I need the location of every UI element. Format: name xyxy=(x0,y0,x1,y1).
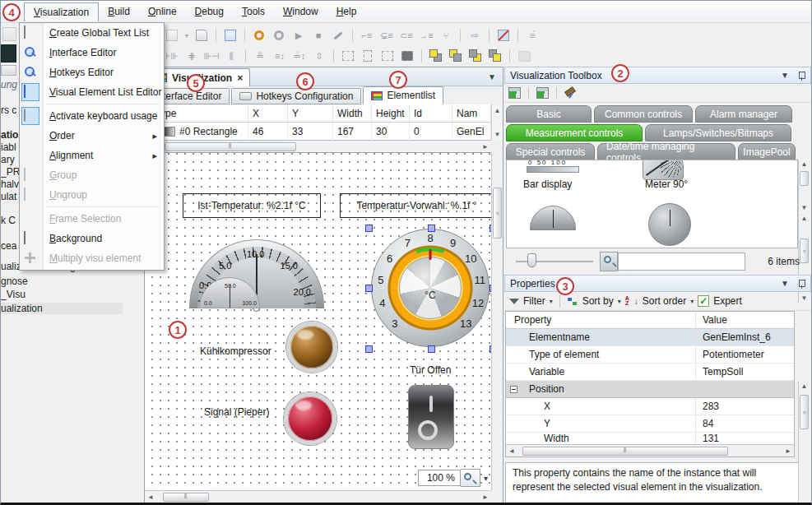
tree-item-fragment[interactable]: ary xyxy=(1,154,15,165)
col-x[interactable]: X xyxy=(248,104,288,123)
tab-hotkeys-configuration[interactable]: Hotkeys Configuration xyxy=(231,88,361,104)
tab-special-controls[interactable]: Special controls xyxy=(506,143,595,160)
menuitem-background[interactable]: Background xyxy=(20,229,164,248)
tab-basic[interactable]: Basic xyxy=(506,105,592,123)
step-out-icon[interactable]: →≡ xyxy=(418,27,434,44)
value-header[interactable]: Value xyxy=(695,312,794,328)
wrench-icon[interactable] xyxy=(330,27,346,44)
bring-forward-icon[interactable] xyxy=(467,48,484,64)
scroll-right-icon[interactable]: ► xyxy=(480,493,491,501)
menuitem-ungroup[interactable]: Ungroup xyxy=(20,185,164,205)
prop-row-variable[interactable]: VariableTempSoll xyxy=(506,364,794,381)
visualization-canvas[interactable]: Ist-Temperatur: %2.1f °C Temperatur-Vorw… xyxy=(145,153,491,490)
group-toolbar-icon[interactable] xyxy=(516,48,532,64)
table-h-scrollbar[interactable]: ◄ ⦀ ► xyxy=(145,141,491,153)
col-name[interactable]: Nam xyxy=(452,104,491,123)
selection-handle[interactable] xyxy=(365,285,373,292)
menuitem-group[interactable]: Group xyxy=(20,165,164,185)
pin-icon[interactable] xyxy=(797,279,805,289)
step-over-icon[interactable]: ⊊≡ xyxy=(378,27,395,44)
scroll-down-icon[interactable]: ▼ xyxy=(799,294,810,302)
align-right-icon[interactable]: ⊪⊣ xyxy=(203,48,220,64)
cell-type[interactable]: #0 Rectangle xyxy=(156,123,248,141)
scroll-up-icon[interactable]: ▲ xyxy=(494,107,501,114)
prop-group-position[interactable]: Position xyxy=(506,381,794,398)
selection-handle[interactable] xyxy=(490,225,491,232)
size-both-icon[interactable] xyxy=(379,48,396,64)
zoom-button[interactable] xyxy=(461,469,480,487)
menuitem-order[interactable]: Order xyxy=(20,126,164,146)
collapse-icon[interactable] xyxy=(510,386,517,393)
selection-handle[interactable] xyxy=(428,345,435,353)
size-width-icon[interactable] xyxy=(340,48,356,64)
cell-y[interactable]: 33 xyxy=(288,123,333,141)
tab-common-controls[interactable]: Common controls xyxy=(594,105,693,123)
tree-item-fragment[interactable]: atio xyxy=(1,129,18,141)
chevron-down-icon[interactable]: ▼ xyxy=(781,71,789,80)
tree-item-fragment[interactable]: rs c xyxy=(1,104,16,116)
tree-item-visualization[interactable]: ualization xyxy=(1,303,123,314)
tree-item-fragment[interactable]: ung xyxy=(1,79,17,90)
tree-item-diagnose[interactable]: gnose xyxy=(1,276,28,287)
tab-elementlist[interactable]: Elementlist xyxy=(363,86,443,104)
rect-temperatur-vorwahl[interactable]: Temperatur-Vorwahl: %.1f ° xyxy=(340,193,491,218)
tab-measurement-controls[interactable]: Measurement controls xyxy=(506,124,643,141)
step-return-icon[interactable]: ⌐≡ xyxy=(359,27,375,44)
device-icon[interactable] xyxy=(1,44,16,63)
grid-h-scrollbar[interactable]: ◄ ⦀ ► xyxy=(506,444,794,456)
col-type[interactable]: ype xyxy=(156,104,248,123)
tab-lamps-switches-bitmaps[interactable]: Lamps/Switches/Bitmaps xyxy=(645,124,791,141)
tree-item-fragment[interactable]: ulat xyxy=(1,191,16,202)
menu-help[interactable]: Help xyxy=(327,2,366,21)
filter-button[interactable]: Filter xyxy=(523,295,545,307)
scroll-up-icon[interactable]: ▲ xyxy=(799,215,810,222)
tab-imagepool[interactable]: ImagePool xyxy=(738,143,796,160)
rect-ist-temperatur[interactable]: Ist-Temperatur: %2.1f °C xyxy=(183,193,321,218)
align-top-icon[interactable]: ≞ xyxy=(252,48,268,64)
tree-item-visu[interactable]: _Visu xyxy=(1,289,26,300)
same-size-icon[interactable]: ⇳ xyxy=(311,48,327,64)
scroll-right-icon[interactable]: ► xyxy=(480,143,491,151)
bring-to-front-icon[interactable] xyxy=(428,48,444,64)
scrollbar-thumb[interactable] xyxy=(800,171,809,186)
scroll-left-icon[interactable]: ◄ xyxy=(145,493,156,501)
potentiometer[interactable]: °C 3 4 5 6 7 8 9 10 11 12 13 xyxy=(371,229,490,347)
forward-arrow-icon[interactable]: ⇨ xyxy=(466,27,483,44)
menuitem-visual-element-list-editor[interactable]: Visual Element List Editor xyxy=(20,82,164,102)
scroll-left-icon[interactable]: ◄ xyxy=(506,447,517,455)
sort-by-button[interactable]: Sort by xyxy=(582,295,614,307)
canvas-v-scrollbar[interactable]: ≡ xyxy=(491,153,503,490)
scroll-up-icon[interactable]: ▲ xyxy=(799,160,810,168)
scrollbar-thumb[interactable]: ⦀ xyxy=(165,142,296,151)
rocker-switch-tuer[interactable] xyxy=(408,385,454,449)
menu-tools[interactable]: Tools xyxy=(233,2,274,21)
menu-visualization[interactable]: Visualization xyxy=(24,2,99,21)
col-y[interactable]: Y xyxy=(288,104,333,123)
align-middle-icon[interactable]: ≡↕ xyxy=(271,48,288,64)
scrollbar-thumb[interactable]: ≡ xyxy=(493,188,502,239)
close-icon[interactable]: × xyxy=(237,72,243,84)
chevron-down-icon[interactable]: ▼ xyxy=(488,72,496,81)
caret-down-icon[interactable]: ▾ xyxy=(618,298,621,305)
menuitem-alignment[interactable]: Alignment xyxy=(20,146,164,165)
pin-icon[interactable] xyxy=(797,71,805,81)
cell-name[interactable]: GenEl xyxy=(452,123,491,141)
selection-handle[interactable] xyxy=(490,345,491,353)
menu-debug[interactable]: Debug xyxy=(186,2,233,21)
zoom-slider-thumb[interactable] xyxy=(527,253,536,267)
customize-tools-icon[interactable] xyxy=(564,87,578,100)
search-button[interactable] xyxy=(600,252,618,271)
label-tuer-offen[interactable]: Tür Offen xyxy=(410,364,451,376)
caret-down-icon[interactable]: ▾ xyxy=(550,298,553,305)
scrollbar-thumb[interactable]: ≡ xyxy=(800,395,809,429)
menuitem-activate-keyboard-usage[interactable]: Activate keyboard usage xyxy=(20,106,164,126)
send-backward-icon[interactable] xyxy=(487,48,503,64)
tree-item-fragment[interactable]: _PR xyxy=(1,166,20,178)
tab-datetime-controls[interactable]: Date/time managing controls xyxy=(597,143,735,160)
cell-width[interactable]: 167 xyxy=(333,123,372,141)
toolbox-search-input[interactable] xyxy=(618,252,745,271)
lamp-kuehlkompressor[interactable] xyxy=(286,322,337,373)
cell-id[interactable]: 0 xyxy=(410,123,452,141)
grid-off-icon[interactable] xyxy=(495,27,512,44)
zoom-caret-icon[interactable]: ▾ xyxy=(484,474,488,483)
